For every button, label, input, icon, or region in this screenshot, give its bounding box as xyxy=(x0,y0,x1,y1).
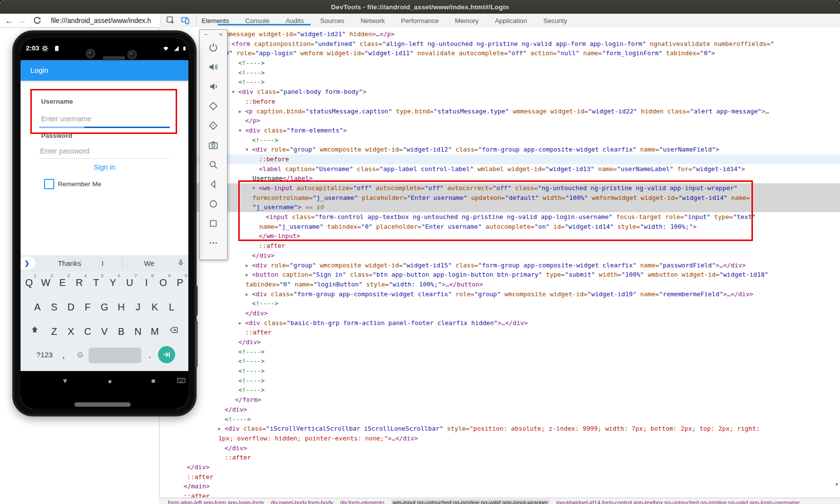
code-line[interactable]: <input class="form-control app-textbox n… xyxy=(159,212,840,222)
code-line[interactable]: ▼<div role="group" wmcomposite widget-id… xyxy=(159,145,840,154)
key-M[interactable]: M xyxy=(146,324,163,339)
code-line[interactable]: ::after xyxy=(159,472,780,482)
nav-recents-icon[interactable] xyxy=(207,218,219,229)
signin-button[interactable]: Sign in xyxy=(21,163,188,171)
tab-memory[interactable]: Memory xyxy=(454,17,480,24)
rotate-right-icon[interactable] xyxy=(207,120,219,131)
key-K[interactable]: K xyxy=(146,300,163,314)
breadcrumb-item[interactable]: div.form-elements xyxy=(340,500,385,504)
expand-arrow-icon[interactable]: ▶ xyxy=(246,270,252,280)
expand-arrow-icon[interactable]: ▶ xyxy=(246,290,252,300)
code-line[interactable]: ▶<div class="form-group app-composite-wi… xyxy=(159,289,840,299)
key-U[interactable]: U7 xyxy=(121,275,138,290)
code-line[interactable]: ▶<div class="iScrollVerticalScrollbar iS… xyxy=(159,424,817,434)
nav-home-icon[interactable] xyxy=(207,198,219,209)
tab-audits[interactable]: Audits xyxy=(285,17,305,24)
code-line[interactable]: </div> xyxy=(159,405,817,415)
code-line[interactable]: <!----> xyxy=(159,68,831,78)
collapse-arrow-icon[interactable]: ▼ xyxy=(252,184,259,194)
refresh-icon[interactable] xyxy=(31,15,43,26)
code-line[interactable]: <!----> xyxy=(159,385,831,395)
nav-home-icon[interactable]: ● xyxy=(108,377,112,385)
zoom-icon[interactable] xyxy=(207,159,219,170)
key-N[interactable]: N xyxy=(130,324,146,339)
mic-icon[interactable] xyxy=(175,258,186,269)
code-line[interactable]: </div> xyxy=(159,462,780,472)
code-line[interactable]: </main> xyxy=(159,482,776,491)
code-line[interactable]: ▼<div class="panel-body form-body"> xyxy=(159,87,831,97)
code-line[interactable]: <!----> xyxy=(159,299,840,308)
password-input[interactable]: Enter password xyxy=(40,147,90,155)
code-line[interactable]: <!----> xyxy=(159,356,831,366)
code-line[interactable]: ::before xyxy=(159,154,840,164)
collapse-arrow-icon[interactable]: ▼ xyxy=(246,145,252,155)
code-line[interactable]: <!----> xyxy=(159,77,831,87)
code-line[interactable]: <label caption="Username" class="app-lab… xyxy=(159,164,840,174)
code-line[interactable]: ::after xyxy=(159,453,817,462)
tab-sources[interactable]: Sources xyxy=(319,17,345,24)
key-B[interactable]: B xyxy=(113,324,130,339)
tab-elements[interactable]: Elements xyxy=(201,17,230,24)
code-line[interactable]: </p> xyxy=(159,116,838,126)
code-line[interactable]: ::after xyxy=(159,491,776,498)
code-line[interactable]: name="j_username" tabindex="0" placehold… xyxy=(159,222,840,232)
more-icon[interactable] xyxy=(207,238,219,248)
code-line[interactable]: "j_username"> == $0 xyxy=(159,202,840,212)
key-F[interactable]: F xyxy=(79,300,96,314)
code-line[interactable]: </div> xyxy=(159,251,840,261)
code-line[interactable]: ▼<wm-input autocapitalize="off" autocomp… xyxy=(159,183,840,193)
key-H[interactable]: H xyxy=(113,300,130,314)
key-G[interactable]: G xyxy=(96,300,113,314)
code-line[interactable]: 0" role="app-login" wmform widget-id="wi… xyxy=(159,48,824,58)
key-A[interactable]: A xyxy=(29,300,45,314)
device-toolbar-icon[interactable] xyxy=(180,15,191,26)
code-line[interactable]: ▶<div role="group" wmcomposite widget-id… xyxy=(159,261,840,270)
key-L[interactable]: L xyxy=(163,300,180,314)
code-line[interactable]: ▼<div class="form-elements"> xyxy=(159,126,838,135)
breadcrumb-item[interactable]: div.panel-body.form-body xyxy=(271,500,333,504)
expand-arrow-icon[interactable]: ▶ xyxy=(239,107,245,117)
nav-recents-icon[interactable]: ■ xyxy=(151,377,155,385)
nav-back-icon[interactable]: ▼ xyxy=(62,377,68,385)
key-Z[interactable]: Z xyxy=(45,324,62,339)
back-icon[interactable]: ← xyxy=(5,17,13,25)
keyboard-hide-icon[interactable] xyxy=(177,378,185,386)
key-O[interactable]: O9 xyxy=(155,275,171,290)
minimize-button[interactable]: − xyxy=(204,31,208,38)
suggestion-word[interactable]: We xyxy=(127,260,171,267)
volume-up-icon[interactable] xyxy=(207,62,219,72)
code-line[interactable]: formcontrolname="j_username" placeholder… xyxy=(159,193,840,203)
code-line[interactable]: ::after xyxy=(159,328,838,337)
comma-key[interactable]: , xyxy=(55,348,72,363)
camera-icon[interactable] xyxy=(207,140,219,151)
key-S[interactable]: S xyxy=(45,300,62,314)
tab-application[interactable]: Application xyxy=(494,17,528,24)
code-line[interactable]: </wm-input> xyxy=(159,231,840,241)
tab-console[interactable]: Console xyxy=(244,17,271,24)
shift-key-icon[interactable] xyxy=(24,324,45,339)
close-button[interactable]: × xyxy=(219,31,223,38)
scrollbar-down-icon[interactable]: ▼ xyxy=(835,482,839,487)
key-V[interactable]: V xyxy=(96,324,113,339)
code-line[interactable]: ▼<form captionposition="undefined" class… xyxy=(159,39,824,49)
key-D[interactable]: D xyxy=(63,300,79,314)
code-line[interactable]: ▶<button caption="Sign in" class="btn ap… xyxy=(159,270,840,280)
key-R[interactable]: R4 xyxy=(71,275,88,290)
breadcrumb-item[interactable]: wm-input.ng-untouched.ng-pristine.ng-val… xyxy=(391,500,549,504)
enter-key-icon[interactable] xyxy=(158,346,175,363)
forward-icon[interactable]: → xyxy=(18,17,26,25)
code-line[interactable]: <!----> xyxy=(159,135,840,145)
code-line[interactable]: Username</label> xyxy=(159,174,840,183)
key-T[interactable]: T5 xyxy=(88,275,104,290)
key-I[interactable]: I8 xyxy=(138,275,155,290)
power-icon[interactable] xyxy=(207,42,219,53)
url-text[interactable]: file:///android_asset/www/index.h xyxy=(51,17,151,24)
code-line[interactable]: <!----> xyxy=(159,415,817,424)
collapse-arrow-icon[interactable]: ▼ xyxy=(232,88,238,97)
rotate-left-icon[interactable] xyxy=(207,101,219,111)
breadcrumb-item[interactable]: form.align-left.app-form.app-login-form xyxy=(168,500,264,504)
code-line[interactable]: tabindex="0" name="loginButton" style="w… xyxy=(159,280,840,289)
code-line[interactable]: </div> xyxy=(159,337,831,347)
expand-arrow-icon[interactable]: ▶ xyxy=(246,261,252,271)
code-line[interactable]: ▶<p caption.bind="statusMessage.caption"… xyxy=(159,107,838,116)
